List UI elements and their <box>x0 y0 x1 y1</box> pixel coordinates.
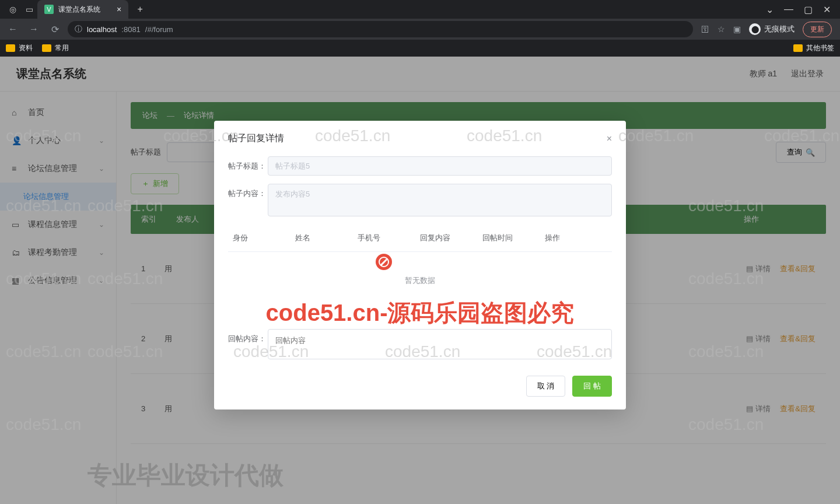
tab-title: 课堂点名系统 <box>58 5 100 15</box>
url-host: localhost <box>87 25 117 34</box>
window-max-icon[interactable]: ▢ <box>804 4 813 15</box>
site-info-icon[interactable]: ⓘ <box>75 24 82 34</box>
th-role: 身份 <box>233 233 295 243</box>
bookmark-folder-a[interactable]: 资料 <box>6 43 33 53</box>
incognito-icon: ⬤ <box>749 23 761 35</box>
tab-strip: ◎ ▭ V 课堂点名系统 × + ⌄ — ▢ ✕ <box>0 0 840 19</box>
password-key-icon[interactable]: ⚿ <box>701 24 709 34</box>
incognito-label: 无痕模式 <box>764 24 794 34</box>
blank-tab-icon[interactable]: ▭ <box>21 1 37 18</box>
post-content-field: 发布内容5 <box>268 184 612 216</box>
modal-title: 帖子回复详情 <box>228 132 284 145</box>
other-bookmarks[interactable]: 其他书签 <box>793 43 834 53</box>
reply-detail-modal: 帖子回复详情 × 帖子标题： 帖子内容： 发布内容5 身份 姓名 手机号 回复内… <box>214 121 626 410</box>
tab-close-icon[interactable]: × <box>117 5 121 14</box>
th-name: 姓名 <box>295 233 358 243</box>
th-reply-content: 回复内容 <box>420 233 482 243</box>
vue-favicon-icon: V <box>44 5 54 14</box>
th-phone: 手机号 <box>358 233 420 243</box>
folder-icon <box>793 44 803 52</box>
window-min-icon[interactable]: — <box>784 4 793 15</box>
back-button[interactable]: ← <box>5 21 21 37</box>
app-root: 课堂点名系统 教师 a1 退出登录 ⌂首页 👤个人中心⌄ ≡论坛信息管理⌄ 论坛… <box>0 57 840 504</box>
incognito-indicator: ⬤ 无痕模式 <box>749 23 794 35</box>
extensions-icon[interactable]: ▣ <box>733 24 741 34</box>
submit-reply-button[interactable]: 回 帖 <box>572 376 612 397</box>
url-port: :8081 <box>121 25 141 34</box>
bookmark-star-icon[interactable]: ☆ <box>718 24 725 34</box>
address-bar: ← → ⟳ ⓘ localhost:8081/#/forum ⚿ ☆ ▣ ⬤ 无… <box>0 19 840 40</box>
folder-icon <box>42 44 51 52</box>
th-reply-time: 回帖时间 <box>482 233 545 243</box>
url-input[interactable]: ⓘ localhost:8081/#/forum <box>68 21 693 37</box>
reply-content-input[interactable] <box>268 329 612 359</box>
active-tab[interactable]: V 课堂点名系统 × <box>37 0 128 19</box>
bookmark-bar: 资料 常用 其他书签 <box>0 40 840 57</box>
post-content-label: 帖子内容： <box>228 184 268 199</box>
cancel-button[interactable]: 取 消 <box>526 376 566 397</box>
window-dropdown-icon[interactable]: ⌄ <box>766 4 774 15</box>
modal-overlay[interactable]: 帖子回复详情 × 帖子标题： 帖子内容： 发布内容5 身份 姓名 手机号 回复内… <box>0 57 840 504</box>
forward-button[interactable]: → <box>26 21 42 37</box>
post-title-field <box>268 156 612 176</box>
window-controls: ⌄ — ▢ ✕ <box>766 4 840 15</box>
post-title-label: 帖子标题： <box>228 156 268 172</box>
window-close-icon[interactable]: ✕ <box>823 4 831 15</box>
reload-button[interactable]: ⟳ <box>47 21 63 37</box>
bookmark-folder-b[interactable]: 常用 <box>42 43 69 53</box>
th-reply-ops: 操作 <box>545 233 607 243</box>
reply-content-label: 回帖内容： <box>228 329 268 344</box>
url-path: /#/forum <box>145 25 173 34</box>
modal-close-button[interactable]: × <box>607 134 612 144</box>
no-data-text: 暂无数据 <box>228 252 612 321</box>
folder-icon <box>6 44 15 52</box>
update-button[interactable]: 更新 <box>803 22 832 37</box>
reply-table-header: 身份 姓名 手机号 回复内容 回帖时间 操作 <box>228 227 612 252</box>
new-tab-button[interactable]: + <box>132 4 148 15</box>
browser-chrome: ◎ ▭ V 课堂点名系统 × + ⌄ — ▢ ✕ ← → ⟳ ⓘ localho… <box>0 0 840 57</box>
app-icon[interactable]: ◎ <box>5 1 21 18</box>
